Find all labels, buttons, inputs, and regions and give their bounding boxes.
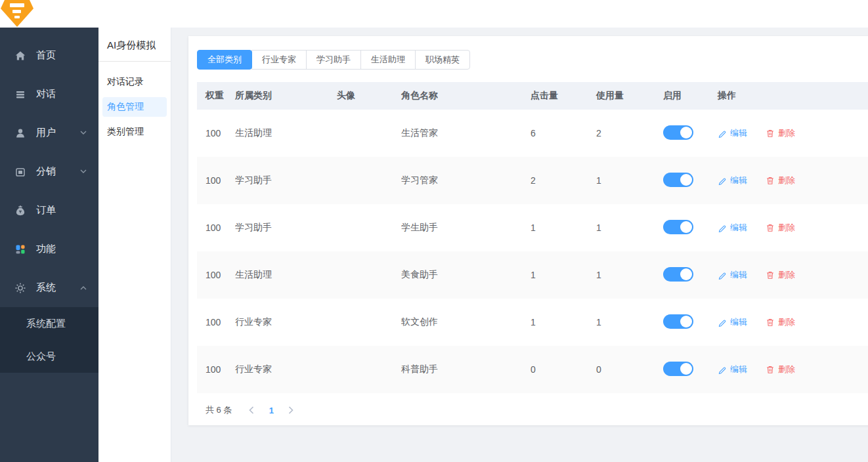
cell-category: 行业专家 — [235, 364, 337, 375]
cell-weight: 100 — [206, 222, 235, 233]
panel-item[interactable]: 角色管理 — [102, 97, 167, 117]
panel-title: AI身份模拟 — [98, 28, 171, 62]
delete-button[interactable]: 删除 — [766, 222, 795, 234]
sidebar-item-card[interactable]: 分销 — [0, 152, 98, 191]
edit-button[interactable]: 编辑 — [718, 127, 747, 139]
sidebar-item-gear[interactable]: 系统 — [0, 268, 98, 307]
enable-toggle[interactable] — [663, 267, 693, 282]
table-row: 100生活助理美食助手11编辑删除 — [197, 251, 868, 299]
cell-actions: 编辑删除 — [718, 222, 868, 234]
moneybag-icon — [14, 205, 26, 217]
user-icon — [14, 127, 26, 139]
panel-item[interactable]: 对话记录 — [98, 70, 171, 94]
sidebar-item-home[interactable]: 首页 — [0, 36, 98, 75]
enable-toggle[interactable] — [663, 125, 693, 140]
chevron-down-icon — [80, 169, 87, 174]
cell-role-name: 软文创作 — [401, 316, 531, 328]
tab-category[interactable]: 行业专家 — [251, 50, 307, 70]
cell-weight: 100 — [206, 270, 235, 280]
edit-pencil-icon — [718, 176, 727, 185]
delete-button[interactable]: 删除 — [766, 175, 795, 186]
sidebar-item-label: 系统 — [36, 282, 56, 294]
trash-icon — [766, 365, 775, 374]
sidebar-subitem[interactable]: 系统配置 — [0, 307, 98, 340]
delete-button[interactable]: 删除 — [766, 316, 795, 328]
cell-weight: 100 — [206, 128, 235, 138]
edit-button[interactable]: 编辑 — [718, 222, 747, 234]
tab-category[interactable]: 职场精英 — [415, 50, 470, 70]
cell-role-name: 生活管家 — [401, 127, 531, 139]
column-header: 操作 — [718, 90, 868, 102]
sidebar-nav: 首页对话用户分销订单功能系统 — [0, 36, 98, 307]
edit-button[interactable]: 编辑 — [718, 175, 747, 186]
table-row: 100行业专家科普助手00编辑删除 — [197, 346, 868, 393]
panel-item[interactable]: 类别管理 — [98, 119, 171, 144]
sidebar-item-label: 功能 — [36, 243, 56, 255]
column-header: 头像 — [337, 90, 401, 102]
trash-icon — [766, 129, 775, 138]
table-row: 100学习助手学生助手11编辑删除 — [197, 204, 868, 251]
cell-enabled — [663, 362, 718, 378]
sidebar-subitem[interactable]: 公众号 — [0, 340, 98, 373]
trash-icon — [766, 270, 775, 280]
enable-toggle[interactable] — [663, 314, 693, 329]
sidebar-item-label: 对话 — [36, 88, 56, 100]
column-header: 使用量 — [596, 90, 663, 102]
edit-button[interactable]: 编辑 — [718, 269, 747, 281]
pagination-total: 共 6 条 — [206, 404, 232, 416]
list-icon — [14, 89, 26, 100]
cell-weight: 100 — [206, 317, 235, 327]
enable-toggle[interactable] — [663, 220, 693, 234]
table-row: 100学习助手学习管家21编辑删除 — [197, 157, 868, 204]
sidebar-item-list[interactable]: 对话 — [0, 75, 98, 114]
page-number[interactable]: 1 — [262, 406, 280, 415]
card-icon — [14, 166, 26, 178]
cell-enabled — [663, 125, 718, 142]
cell-usage: 1 — [596, 222, 663, 233]
toggle-knob — [680, 316, 692, 327]
sidebar-submenu: 系统配置公众号 — [0, 307, 98, 373]
toggle-knob — [680, 221, 692, 233]
sidebar-item-label: 分销 — [36, 165, 56, 178]
prev-page-button chevron-left-icon[interactable] — [242, 401, 261, 419]
trash-icon — [766, 223, 775, 232]
next-page-button chevron-right-icon[interactable] — [282, 401, 300, 419]
cell-category: 学习助手 — [235, 175, 337, 186]
table-row: 100行业专家软文创作11编辑删除 — [197, 299, 868, 346]
sidebar-item-label: 订单 — [36, 204, 56, 217]
sidebar-item-user[interactable]: 用户 — [0, 114, 98, 152]
toggle-knob — [680, 268, 692, 280]
toggle-knob — [680, 127, 692, 138]
cell-role-name: 学生助手 — [401, 222, 531, 234]
grid-icon — [14, 243, 26, 255]
tab-category[interactable]: 学习助手 — [306, 50, 361, 70]
panel-items: 对话记录角色管理类别管理 — [98, 62, 171, 144]
cell-clicks: 0 — [531, 364, 596, 375]
column-header: 角色名称 — [401, 90, 531, 102]
cell-usage: 0 — [596, 364, 663, 375]
cell-actions: 编辑删除 — [718, 175, 868, 186]
enable-toggle[interactable] — [663, 362, 693, 376]
sidebar-item-moneybag[interactable]: 订单 — [0, 191, 98, 230]
cell-category: 学习助手 — [235, 222, 337, 234]
delete-button[interactable]: 删除 — [766, 269, 795, 281]
edit-button[interactable]: 编辑 — [718, 364, 747, 375]
cell-weight: 100 — [206, 175, 235, 186]
tab-category[interactable]: 生活助理 — [360, 50, 416, 70]
gear-icon — [14, 282, 26, 294]
edit-button[interactable]: 编辑 — [718, 316, 747, 328]
cell-enabled — [663, 267, 718, 284]
sidebar-item-grid[interactable]: 功能 — [0, 230, 98, 268]
sidebar-item-label: 首页 — [36, 49, 56, 62]
toggle-knob — [680, 363, 692, 375]
roles-table: 权重所属类别头像角色名称点击量使用量启用操作 100生活助理生活管家62编辑删除… — [197, 82, 868, 419]
cell-clicks: 1 — [531, 270, 596, 280]
delete-button[interactable]: 删除 — [766, 364, 795, 375]
sidebar: 首页对话用户分销订单功能系统 系统配置公众号 — [0, 28, 98, 462]
delete-button[interactable]: 删除 — [766, 127, 795, 139]
enable-toggle[interactable] — [663, 173, 693, 187]
app-logo sketch-diamond-logo[interactable] — [1, 0, 33, 27]
tab-category[interactable]: 全部类别 — [197, 50, 252, 70]
column-header: 启用 — [663, 90, 718, 102]
edit-pencil-icon — [718, 365, 727, 374]
